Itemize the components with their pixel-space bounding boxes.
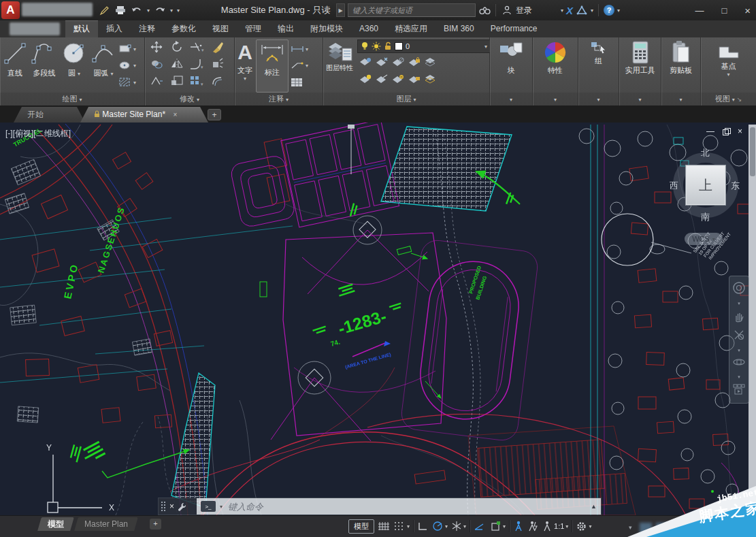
ribbon-tab-view[interactable]: 视图 (204, 20, 237, 37)
status-overflow-dropdown[interactable]: ▾ (629, 524, 632, 531)
hatch-button[interactable]: ▾ (118, 77, 136, 88)
stretch-icon[interactable] (150, 75, 163, 90)
scrollbar-thumb[interactable] (750, 127, 755, 176)
table-button[interactable] (291, 78, 308, 87)
file-tab-start[interactable]: 开始 (14, 107, 85, 123)
line-button[interactable]: 直线 (1, 39, 29, 93)
clipboard-panel-expand[interactable]: ▾ (661, 93, 700, 105)
polyline-button[interactable]: 多段线 (29, 39, 60, 93)
redo-icon[interactable] (154, 5, 166, 16)
app-logo-icon[interactable]: A (1, 1, 20, 19)
utilities-button[interactable]: 实用工具 (624, 39, 657, 93)
plot-printer-icon[interactable] (114, 5, 127, 16)
ribbon-tab-manage[interactable]: 管理 (237, 20, 269, 37)
layer-freeze-icon[interactable] (375, 56, 389, 70)
ribbon-tab-parametric[interactable]: 参数化 (163, 20, 204, 37)
close-button[interactable]: × (744, 5, 751, 16)
basepoint-dropdown[interactable]: ▾ (727, 71, 729, 78)
layer-properties-button[interactable]: 图层特性 (325, 39, 355, 93)
pan-hand-icon[interactable] (733, 310, 745, 325)
ribbon-tab-a360[interactable]: A360 (351, 20, 387, 37)
utilities-panel-expand[interactable]: ▾ (619, 93, 661, 105)
ribbon-tab-performance[interactable]: Performance (482, 20, 546, 37)
model-space-button[interactable]: 模型 (348, 519, 374, 534)
zoom-dropdown[interactable]: ▾ (738, 348, 740, 353)
sign-in-button[interactable]: 登录 (516, 5, 532, 16)
help-dropdown[interactable]: ▾ (617, 7, 620, 14)
viewcube-east[interactable]: 东 (731, 180, 740, 192)
view-panel-title[interactable]: 视图 ▾ ↘ (701, 93, 756, 105)
viewcube-south[interactable]: 南 (701, 211, 710, 223)
ortho-toggle[interactable] (417, 521, 428, 531)
text-button[interactable]: A 文字 ▾ (236, 39, 254, 93)
search-binoculars-icon[interactable] (478, 5, 491, 16)
mirror-icon[interactable] (170, 58, 184, 73)
sign-in-dropdown[interactable]: ▾ (561, 7, 563, 14)
arc-dropdown[interactable]: ▾ (111, 71, 114, 77)
undo-icon[interactable] (131, 5, 143, 16)
navigation-wheel-icon[interactable] (732, 281, 746, 297)
properties-panel-expand[interactable]: ▾ (533, 93, 578, 105)
ellipse-button[interactable]: ▾ (118, 61, 136, 70)
redo-dropdown[interactable]: ▾ (170, 7, 173, 14)
layer-lock-icon[interactable] (408, 56, 421, 70)
drawing-close-button[interactable]: × (738, 127, 742, 136)
navigation-wheel-dropdown[interactable]: ▾ (738, 301, 740, 306)
drawing-restore-button[interactable] (723, 128, 729, 135)
block-panel-expand[interactable]: ▾ (490, 93, 532, 105)
a360-dropdown[interactable]: ▾ (591, 7, 593, 14)
groups-panel-expand[interactable]: ▾ (578, 93, 619, 105)
fillet-icon[interactable]: ▾ (189, 58, 206, 73)
a360-icon[interactable] (576, 5, 588, 16)
drag-handle-icon[interactable] (161, 502, 166, 512)
offset-icon[interactable] (211, 75, 225, 90)
new-layout-button[interactable]: + (150, 519, 161, 530)
viewcube-north[interactable]: 北 (701, 147, 710, 159)
infocenter-collapse-icon[interactable]: ▶ (336, 3, 345, 17)
layer-off-icon[interactable] (391, 56, 405, 70)
showmotion-icon[interactable] (732, 383, 746, 398)
annotation-panel-title[interactable]: 注释 ▾ (235, 93, 323, 105)
ribbon-tab-addins[interactable]: 附加模块 (302, 20, 351, 37)
ribbon-tab-output[interactable]: 输出 (269, 20, 302, 37)
orbit-icon[interactable] (732, 357, 746, 370)
draw-panel-title[interactable]: 绘图 ▾ (0, 93, 144, 105)
command-input[interactable] (227, 501, 587, 512)
circle-dropdown[interactable]: ▾ (78, 71, 80, 77)
group-button[interactable]: 组 (589, 39, 609, 93)
basepoint-button[interactable]: 基点 ▾ (715, 39, 742, 93)
snap-mode-toggle[interactable]: ▾ (393, 521, 410, 532)
array-icon[interactable]: ▾ (189, 75, 206, 90)
explode-icon[interactable] (211, 58, 225, 73)
dimension-button[interactable]: 标注 (256, 39, 289, 93)
arc-button[interactable]: 圆弧 ▾ (88, 39, 118, 93)
ribbon-tab-bim360[interactable]: BIM 360 (435, 20, 482, 37)
move-icon[interactable] (150, 40, 163, 56)
layer-prev-icon[interactable] (391, 74, 405, 87)
ribbon-tab-insert[interactable]: 插入 (98, 20, 131, 37)
object-snap-tracking-toggle[interactable] (474, 521, 486, 531)
command-prompt-icon[interactable]: >_ (201, 501, 216, 512)
customization-gear-icon[interactable]: ▾ (576, 521, 591, 532)
exchange-apps-icon[interactable]: X (566, 5, 573, 16)
drawing-canvas[interactable]: TRUCO EL EVPO NAGSEHUOS -1283- 74. (AREA… (0, 123, 756, 515)
zoom-extents-icon[interactable] (733, 329, 745, 344)
ribbon-tab-default[interactable]: 默认 (65, 20, 98, 37)
ribbon-tab-annotate[interactable]: 注释 (131, 20, 163, 37)
layer-unlock-all-icon[interactable] (408, 74, 421, 87)
wcs-button[interactable]: WCS▾ (685, 233, 723, 245)
annotation-scale-button[interactable]: 1:1▾ (542, 521, 568, 532)
viewcube-west[interactable]: 西 (670, 180, 678, 192)
isometric-drafting-toggle[interactable]: ▾ (451, 521, 466, 532)
command-history-up-icon[interactable]: ▲ (591, 503, 597, 510)
polar-tracking-toggle[interactable]: ▾ (431, 521, 448, 532)
erase-icon[interactable] (211, 40, 225, 56)
model-tab[interactable]: 模型 (37, 517, 74, 531)
rectangle-button[interactable]: ▾ (118, 44, 136, 54)
layer-select[interactable]: 0 ▾ (357, 39, 491, 53)
command-line-handle[interactable]: × (159, 498, 197, 515)
view-panel-expand-icon[interactable]: ↘ (737, 96, 742, 103)
block-insert-button[interactable]: 块 (496, 39, 526, 93)
pencil-icon[interactable] (98, 5, 110, 16)
maximize-button[interactable]: □ (721, 5, 727, 16)
